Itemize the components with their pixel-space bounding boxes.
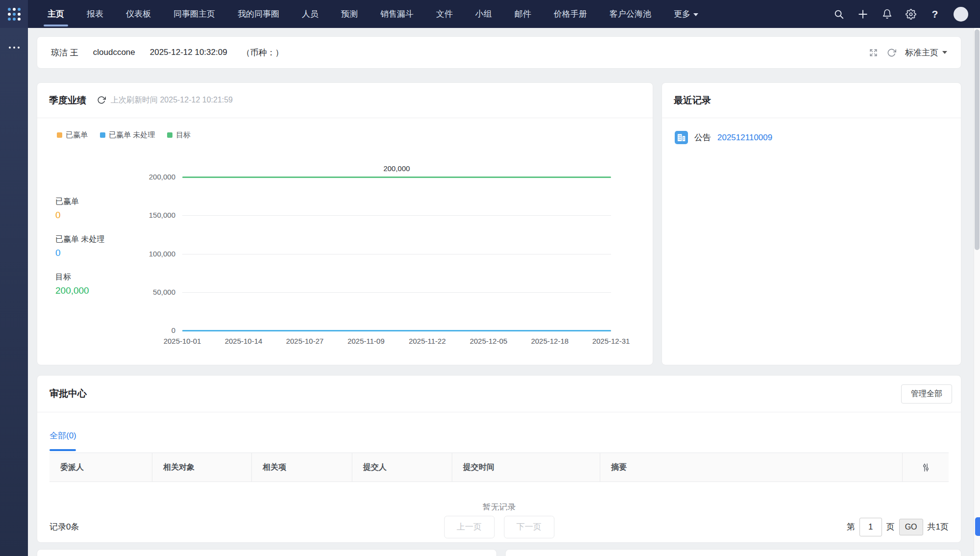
recent-records-header: 最近记录 xyxy=(662,83,961,118)
table-column-header: 提交时间 xyxy=(452,453,600,481)
refresh-icon[interactable] xyxy=(887,48,896,57)
nav-item-主页[interactable]: 主页 xyxy=(48,0,64,28)
record-id-link[interactable]: 202512110009 xyxy=(717,133,772,143)
nav-item-小组[interactable]: 小组 xyxy=(475,0,492,28)
x-axis-tick-label: 2025-11-22 xyxy=(409,337,446,345)
recent-records-card: 最近记录 公告202512110009 xyxy=(662,82,961,365)
table-settings-cell xyxy=(903,453,949,481)
page-number-input[interactable] xyxy=(859,518,882,536)
recent-records-list: 公告202512110009 xyxy=(662,118,961,144)
announcement-building-icon xyxy=(675,131,688,144)
chart-refresh-icon[interactable] xyxy=(97,96,106,105)
floating-widget-handle[interactable] xyxy=(975,517,980,536)
x-axis-tick-label: 2025-12-05 xyxy=(470,337,508,345)
table-column-header: 相关对象 xyxy=(152,453,252,481)
manage-all-button[interactable]: 管理全部 xyxy=(901,384,952,404)
chart-gridline xyxy=(182,292,611,293)
legend-label: 已赢单 未处理 xyxy=(109,130,155,140)
nav-item-more[interactable]: 更多 xyxy=(674,0,698,28)
record-type-label: 公告 xyxy=(694,132,711,143)
performance-card-header: 季度业绩 上次刷新时间 2025-12-12 10:21:59 xyxy=(37,83,653,118)
sidebar-more-icon[interactable] xyxy=(0,47,28,49)
nav-item-预测[interactable]: 预测 xyxy=(341,0,358,28)
legend-label: 已赢单 xyxy=(66,130,88,140)
chart-series-line-已赢单 未处理 xyxy=(182,330,611,331)
x-axis-tick-label: 2025-12-18 xyxy=(531,337,569,345)
chart-plot: 200,000 xyxy=(182,177,611,330)
stat-label: 已赢单 未处理 xyxy=(55,234,104,245)
chart-ylabels: 050,000100,000150,000200,000 xyxy=(116,177,175,330)
top-navbar: 主页报表仪表板同事圈主页我的同事圈人员预测销售漏斗文件小组邮件价格手册客户公海池… xyxy=(0,0,980,28)
nav-item-销售漏斗[interactable]: 销售漏斗 xyxy=(380,0,414,28)
chart-annotation: 200,000 xyxy=(383,164,410,173)
nav-item-客户公海池[interactable]: 客户公海池 xyxy=(610,0,651,28)
tab-all[interactable]: 全部(0) xyxy=(49,430,76,441)
settings-gear-icon[interactable] xyxy=(906,9,916,20)
page-scrollbar-thumb[interactable] xyxy=(975,29,980,250)
y-axis-tick-label: 50,000 xyxy=(153,287,175,297)
approval-table-header-row: 委派人相关对象相关项提交人提交时间摘要 xyxy=(49,453,949,482)
nav-item-人员[interactable]: 人员 xyxy=(302,0,318,28)
empty-state-text: 暂无记录 xyxy=(483,502,516,510)
chart-gridline xyxy=(182,215,611,216)
page-jump-controls: 第 页 GO 共1页 xyxy=(847,518,949,536)
nav-item-价格手册[interactable]: 价格手册 xyxy=(554,0,587,28)
legend-swatch xyxy=(167,132,172,138)
nav-item-报表[interactable]: 报表 xyxy=(87,0,103,28)
page-prefix-label: 第 xyxy=(847,521,855,532)
currency-label: （币种：） xyxy=(242,47,284,58)
previous-page-button[interactable]: 上一页 xyxy=(444,516,494,538)
empty-state-area: 暂无记录 xyxy=(49,482,949,510)
notifications-bell-icon[interactable] xyxy=(882,9,892,20)
app-launcher-button[interactable] xyxy=(0,0,28,28)
column-settings-sliders-icon[interactable] xyxy=(921,462,931,473)
stat-label: 已赢单 xyxy=(55,197,104,207)
table-column-header: 提交人 xyxy=(352,453,452,481)
user-avatar[interactable] xyxy=(954,7,968,22)
legend-item[interactable]: 已赢单 xyxy=(57,130,88,140)
stat-block: 目标200,000 xyxy=(55,272,104,296)
go-button[interactable]: GO xyxy=(899,519,923,535)
approval-center-header: 审批中心 管理全部 xyxy=(37,376,961,412)
legend-item[interactable]: 已赢单 未处理 xyxy=(100,130,155,140)
approval-center-title: 审批中心 xyxy=(49,387,87,400)
y-axis-tick-label: 200,000 xyxy=(149,172,175,182)
last-refresh-time: 上次刷新时间 2025-12-12 10:21:59 xyxy=(111,95,233,105)
home-view-selector[interactable]: 标准主页 xyxy=(905,47,947,58)
nav-more-label: 更多 xyxy=(674,9,690,19)
x-axis-tick-label: 2025-10-14 xyxy=(225,337,263,345)
next-page-button[interactable]: 下一页 xyxy=(504,516,554,538)
current-timestamp: 2025-12-12 10:32:09 xyxy=(150,48,227,57)
quarterly-performance-card: 季度业绩 上次刷新时间 2025-12-12 10:21:59 已赢单已赢单 未… xyxy=(37,82,653,365)
x-axis-tick-label: 2025-12-31 xyxy=(592,337,630,345)
help-icon[interactable]: ? xyxy=(930,9,940,20)
y-axis-tick-label: 150,000 xyxy=(149,210,175,220)
chevron-down-icon xyxy=(693,13,698,16)
add-icon[interactable] xyxy=(858,9,868,20)
chart-series-line-目标 xyxy=(182,177,611,178)
nav-item-同事圈主页[interactable]: 同事圈主页 xyxy=(173,0,215,28)
nav-item-仪表板[interactable]: 仪表板 xyxy=(126,0,151,28)
nav-item-我的同事圈[interactable]: 我的同事圈 xyxy=(238,0,279,28)
nav-item-邮件[interactable]: 邮件 xyxy=(514,0,531,28)
nav-icons: ? xyxy=(833,7,980,22)
approval-footer: 记录0条 上一页 下一页 第 页 GO 共1页 xyxy=(49,510,949,543)
stat-block: 已赢单0 xyxy=(55,197,104,221)
pager-buttons: 上一页 下一页 xyxy=(444,516,554,538)
nav-menu: 主页报表仪表板同事圈主页我的同事圈人员预测销售漏斗文件小组邮件价格手册客户公海池… xyxy=(48,0,721,28)
org-name: cloudccone xyxy=(93,48,135,57)
search-icon[interactable] xyxy=(833,9,844,20)
x-axis-tick-label: 2025-10-01 xyxy=(164,337,201,345)
stat-value: 200,000 xyxy=(55,285,104,296)
legend-item[interactable]: 目标 xyxy=(167,130,191,140)
nav-item-文件[interactable]: 文件 xyxy=(436,0,453,28)
app-grid-icon xyxy=(8,8,21,21)
fullscreen-expand-icon[interactable] xyxy=(869,48,878,57)
legend-swatch xyxy=(100,132,105,138)
recent-record-item: 公告202512110009 xyxy=(662,118,961,144)
x-axis-tick-label: 2025-10-27 xyxy=(286,337,324,345)
next-row-card-right xyxy=(505,549,961,556)
performance-card-title: 季度业绩 xyxy=(49,94,86,107)
table-column-header: 相关项 xyxy=(252,453,352,481)
legend-swatch xyxy=(57,132,62,138)
